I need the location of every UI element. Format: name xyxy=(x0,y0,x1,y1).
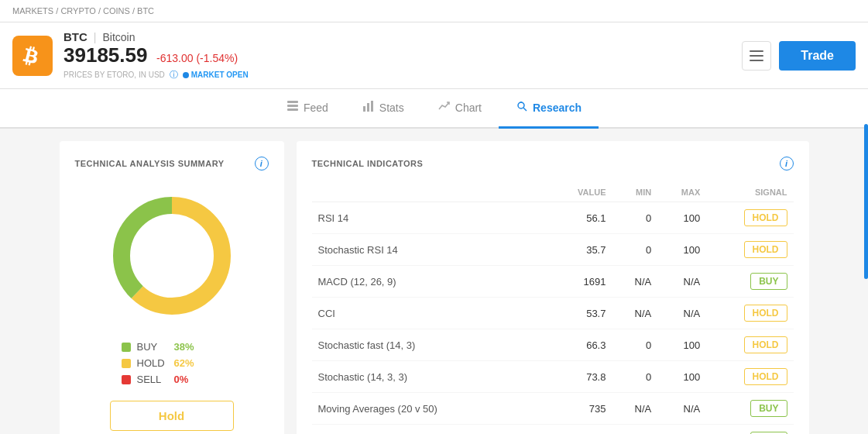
asset-price: 39185.59 xyxy=(63,43,147,67)
chart-icon xyxy=(438,100,451,115)
breadcrumb-btc: BTC xyxy=(137,6,154,16)
indicator-signal: HOLD xyxy=(706,298,793,329)
technical-analysis-panel: TECHNICAL ANALYSIS SUMMARY i BUY 38% xyxy=(60,141,284,434)
indicator-min: 0 xyxy=(612,202,657,234)
tab-research[interactable]: Research xyxy=(499,89,599,129)
info-icon-small: ⓘ xyxy=(170,69,178,81)
indicator-max: 100 xyxy=(657,329,706,361)
legend-hold: HOLD 62% xyxy=(122,357,269,369)
svg-rect-6 xyxy=(363,106,365,112)
col-indicator xyxy=(312,183,549,202)
indicator-value: 1691 xyxy=(549,266,612,298)
feed-icon xyxy=(286,100,299,115)
hold-button[interactable]: Hold xyxy=(110,401,234,431)
indicator-name: RSI 14 xyxy=(312,202,549,234)
indicator-signal: HOLD xyxy=(706,202,793,234)
svg-rect-4 xyxy=(287,105,298,107)
technical-analysis-info-icon[interactable]: i xyxy=(255,157,269,170)
indicator-signal: HOLD xyxy=(706,329,793,361)
indicator-signal: HOLD xyxy=(706,361,793,393)
indicator-min: 0 xyxy=(612,329,657,361)
indicators-info-icon[interactable]: i xyxy=(780,157,794,170)
breadcrumb-coins[interactable]: COINS xyxy=(103,6,130,16)
indicator-signal: BUY xyxy=(706,425,793,435)
table-row: Stochastic (14, 3, 3) 73.8 0 100 HOLD xyxy=(312,361,794,393)
indicators-header: TECHNICAL INDICATORS i xyxy=(312,157,794,170)
indicator-max: N/A xyxy=(657,266,706,298)
asset-name-label: Bitcoin xyxy=(102,31,135,43)
technical-indicators-panel: TECHNICAL INDICATORS i VALUE MIN MAX SIG… xyxy=(297,141,809,434)
svg-rect-0 xyxy=(750,50,763,52)
buy-label: BUY xyxy=(137,341,168,353)
col-signal: SIGNAL xyxy=(706,183,793,202)
breadcrumb-markets[interactable]: MARKETS xyxy=(12,6,53,16)
svg-rect-3 xyxy=(287,101,298,103)
svg-line-11 xyxy=(523,108,527,111)
col-value: VALUE xyxy=(549,183,612,202)
indicators-title: TECHNICAL INDICATORS xyxy=(312,159,424,168)
indicator-signal: BUY xyxy=(706,393,793,425)
table-row: Stochastic RSI 14 35.7 0 100 HOLD xyxy=(312,234,794,266)
indicator-max: 100 xyxy=(657,202,706,234)
indicator-max: N/A xyxy=(657,298,706,329)
table-row: Stochastic fast (14, 3) 66.3 0 100 HOLD xyxy=(312,329,794,361)
svg-rect-1 xyxy=(750,55,763,57)
legend-sell: SELL 0% xyxy=(122,374,269,385)
tab-research-label: Research xyxy=(533,102,582,114)
sell-dot xyxy=(122,375,131,384)
indicator-name: Stochastic RSI 14 xyxy=(312,234,549,266)
indicator-min: N/A xyxy=(612,298,657,329)
svg-rect-5 xyxy=(287,108,298,111)
indicator-value: 66.3 xyxy=(549,329,612,361)
price-change: -613.00 (-1.54%) xyxy=(156,52,238,64)
legend: BUY 38% HOLD 62% SELL 0% xyxy=(122,341,269,385)
market-status: MARKET OPEN xyxy=(183,71,249,79)
menu-button[interactable] xyxy=(742,41,771,71)
col-max: MAX xyxy=(657,183,706,202)
indicator-max: N/A xyxy=(657,425,706,435)
legend-buy: BUY 38% xyxy=(122,341,269,353)
buy-value: 38% xyxy=(174,341,194,353)
svg-point-10 xyxy=(520,102,522,103)
tab-stats[interactable]: Stats xyxy=(345,89,421,129)
table-row: Moving Averages (20 v 50) 735 N/A N/A BU… xyxy=(312,393,794,425)
btc-logo xyxy=(12,36,53,76)
breadcrumb: MARKETS / CRYPTO / COINS / BTC xyxy=(0,0,868,22)
tab-feed[interactable]: Feed xyxy=(269,89,345,129)
indicator-value: 1569 xyxy=(549,425,612,435)
asset-info: BTC | Bitcoin 39185.59 -613.00 (-1.54%) … xyxy=(63,30,742,81)
indicators-table: VALUE MIN MAX SIGNAL RSI 14 56.1 0 100 H… xyxy=(312,183,794,434)
technical-analysis-title: TECHNICAL ANALYSIS SUMMARY i xyxy=(75,157,269,170)
svg-rect-7 xyxy=(367,103,369,112)
indicator-value: 73.8 xyxy=(549,361,612,393)
tab-chart-label: Chart xyxy=(455,102,482,114)
scrollbar-accent[interactable] xyxy=(864,124,868,279)
indicator-name: MACD (12, 26, 9) xyxy=(312,266,549,298)
table-row: RSI 14 56.1 0 100 HOLD xyxy=(312,202,794,234)
hold-value: 62% xyxy=(174,357,194,369)
indicator-name: Stochastic fast (14, 3) xyxy=(312,329,549,361)
indicator-name: CCI xyxy=(312,298,549,329)
donut-chart xyxy=(75,186,269,326)
tab-chart[interactable]: Chart xyxy=(421,89,499,129)
indicator-min: 0 xyxy=(612,361,657,393)
trade-button[interactable]: Trade xyxy=(779,41,856,71)
indicator-max: N/A xyxy=(657,393,706,425)
svg-rect-8 xyxy=(371,101,373,112)
sell-label: SELL xyxy=(137,374,168,385)
indicator-min: N/A xyxy=(612,425,657,435)
col-min: MIN xyxy=(612,183,657,202)
indicator-value: 735 xyxy=(549,393,612,425)
table-row: CCI 53.7 N/A N/A HOLD xyxy=(312,298,794,329)
tab-feed-label: Feed xyxy=(304,102,328,114)
indicator-name: Exp Moving Averages (10 v 20) xyxy=(312,425,549,435)
indicator-value: 35.7 xyxy=(549,234,612,266)
indicator-signal: HOLD xyxy=(706,234,793,266)
indicator-value: 56.1 xyxy=(549,202,612,234)
indicators-table-body: RSI 14 56.1 0 100 HOLD Stochastic RSI 14… xyxy=(312,202,794,435)
research-icon xyxy=(516,100,528,115)
prices-by: PRICES BY ETORO, IN USD xyxy=(63,71,165,79)
breadcrumb-crypto[interactable]: CRYPTO xyxy=(60,6,95,16)
sell-value: 0% xyxy=(174,374,189,385)
asset-ticker: BTC xyxy=(63,30,87,43)
